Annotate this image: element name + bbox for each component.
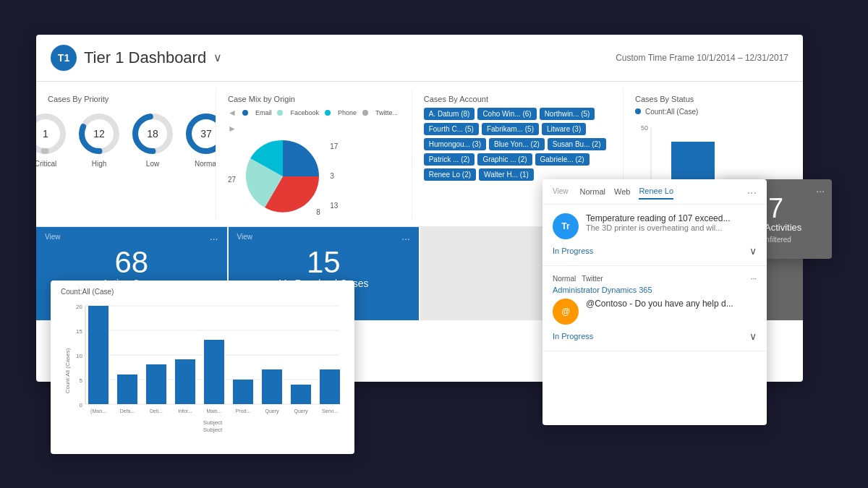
- tag-fourthc[interactable]: Fourth C... (5): [424, 123, 479, 135]
- chart-origin-title: Case Mix by Origin: [228, 95, 400, 103]
- activity-item-1-text: Temperature reading of 107 exceed... The…: [586, 213, 757, 232]
- tile-active-dots[interactable]: ···: [210, 233, 218, 244]
- legend-phone: Phone: [338, 109, 357, 116]
- legend-dot-email: [242, 110, 248, 116]
- svg-rect-35: [146, 364, 166, 404]
- timeframe: Custom Time Frame 10/1/2014 – 12/31/2017: [616, 53, 788, 63]
- activity-2-title: @Contoso - Do you have any help d...: [586, 299, 757, 309]
- legend-dot-twitter: [362, 110, 368, 116]
- pie-area: 27 17 3: [228, 137, 400, 216]
- svg-text:0: 0: [80, 402, 83, 408]
- tag-adatum[interactable]: A. Datum (8): [424, 108, 475, 120]
- donut-normal: 37 Normal: [183, 111, 216, 168]
- chart-priority-title: Cases By Priority: [48, 95, 204, 103]
- header: T1 Tier 1 Dashboard ∨ Custom Time Frame …: [36, 35, 803, 82]
- svg-text:15: 15: [76, 328, 82, 335]
- pie-next[interactable]: ►: [228, 124, 237, 134]
- avatar-tr: Tr: [553, 213, 579, 239]
- float-activity-panel: View Normal Web Renee Lo ··· Tr Temperat…: [542, 179, 767, 425]
- activity-header-dots[interactable]: ···: [747, 187, 757, 200]
- tab-normal[interactable]: Normal: [580, 187, 605, 199]
- activity-2-link[interactable]: Administrator Dynamics 365: [553, 286, 757, 294]
- chart-by-priority: Cases By Priority 1 Critical: [36, 89, 216, 219]
- activity-item-1-content: Tr Temperature reading of 107 exceed... …: [553, 213, 757, 239]
- page-title: Tier 1 Dashboard: [84, 48, 206, 67]
- bar-chart-title: Count:All (Case): [61, 288, 344, 296]
- svg-rect-47: [320, 369, 340, 404]
- donut-normal-label: Normal: [195, 160, 216, 168]
- pie-label-27: 27: [228, 176, 236, 184]
- chart-account-title: Cases By Account: [424, 95, 611, 103]
- my-activities-dots[interactable]: ···: [816, 185, 825, 197]
- donut-high: 12 High: [76, 111, 122, 168]
- activity-1-chevron[interactable]: ∨: [749, 245, 757, 257]
- svg-text:Subject: Subject: [203, 419, 223, 426]
- activity-2-meta-right: Twitter: [582, 275, 603, 283]
- activity-item-2-content: @ @Contoso - Do you have any help d...: [553, 299, 757, 325]
- svg-rect-45: [291, 385, 311, 404]
- tag-reneelo[interactable]: Renee Lo (2): [424, 168, 476, 181]
- activity-2-dots[interactable]: ···: [751, 275, 757, 283]
- donut-high-label: High: [92, 160, 107, 168]
- tag-fabrikam[interactable]: Fabrikam... (5): [482, 123, 539, 135]
- activity-1-status: In Progress ∨: [553, 245, 757, 257]
- my-activities-number: 7: [768, 194, 783, 222]
- tag-litware[interactable]: Litware (3): [542, 123, 586, 135]
- tag-patrick[interactable]: Patrick ... (2): [424, 153, 475, 166]
- dashboard-container: T1 Tier 1 Dashboard ∨ Custom Time Frame …: [36, 35, 832, 454]
- activity-2-status-text: In Progress: [553, 332, 593, 341]
- account-tags: A. Datum (8) Coho Win... (6) Northwin...…: [424, 108, 611, 181]
- tag-gabriele[interactable]: Gabriele... (2): [535, 153, 590, 166]
- tab-web[interactable]: Web: [614, 187, 630, 199]
- pie-prev[interactable]: ◄: [228, 108, 237, 118]
- tile-active-number: 68: [114, 247, 148, 278]
- svg-text:Count:All (Cases): Count:All (Cases): [64, 348, 71, 393]
- tag-coho[interactable]: Coho Win... (6): [477, 108, 536, 120]
- tab-view-label: View: [553, 187, 569, 198]
- svg-rect-41: [233, 380, 253, 404]
- tab-reneelo[interactable]: Renee Lo: [639, 187, 673, 200]
- dropdown-icon[interactable]: ∨: [213, 51, 222, 64]
- legend-dot-phone: [325, 110, 331, 116]
- donut-svg-critical: 1: [36, 111, 69, 157]
- tile-resolved-number: 15: [307, 247, 341, 278]
- tag-northwin[interactable]: Northwin... (5): [540, 108, 595, 120]
- activity-2-meta: Normal Twitter ···: [553, 275, 757, 283]
- activity-1-status-text: In Progress: [553, 247, 593, 255]
- svg-text:37: 37: [200, 128, 212, 140]
- tag-blueyon[interactable]: Blue Yon... (2): [489, 138, 545, 150]
- svg-text:Defa...: Defa...: [120, 408, 135, 414]
- svg-rect-31: [88, 306, 109, 404]
- donut-svg-low: 18: [129, 111, 176, 157]
- tile-resolved-dots[interactable]: ···: [401, 233, 410, 244]
- pie-chart-svg: [243, 137, 323, 216]
- activity-item-1: Tr Temperature reading of 107 exceed... …: [542, 205, 767, 266]
- pie-label-3: 3: [330, 172, 338, 180]
- svg-text:Subject: Subject: [203, 427, 223, 433]
- svg-text:5: 5: [80, 377, 83, 384]
- activity-header: View Normal Web Renee Lo ···: [542, 179, 767, 205]
- svg-rect-39: [204, 340, 224, 404]
- svg-text:1: 1: [43, 128, 48, 140]
- status-legend-label: Count:All (Case): [645, 108, 698, 116]
- status-legend-dot: [635, 108, 641, 114]
- tile-active-view: View: [45, 233, 61, 241]
- svg-text:Infor...: Infor...: [178, 408, 192, 414]
- pie-label-8: 8: [316, 208, 320, 216]
- svg-text:10: 10: [76, 353, 82, 359]
- tag-graphic[interactable]: Graphic ... (2): [477, 153, 532, 166]
- tag-walterh[interactable]: Walter H... (1): [479, 168, 534, 181]
- activity-2-chevron[interactable]: ∨: [749, 330, 757, 342]
- tag-humongou[interactable]: Humongou... (3): [424, 138, 486, 150]
- svg-text:Servi...: Servi...: [322, 408, 338, 414]
- svg-text:50: 50: [641, 124, 648, 132]
- svg-text:Main...: Main...: [206, 408, 221, 414]
- legend-dot-facebook: [277, 110, 283, 116]
- donut-svg-high: 12: [76, 111, 122, 157]
- tag-susanbu[interactable]: Susan Bu... (2): [548, 138, 606, 150]
- bar-chart-svg: Count:All (Cases) 20 15 10 5 0 (Man... D…: [61, 299, 343, 436]
- tile-resolved-view: View: [237, 233, 253, 241]
- activity-item-2: Normal Twitter ··· Administrator Dynamic…: [542, 266, 767, 351]
- svg-text:Query: Query: [294, 408, 308, 414]
- activity-1-title: Temperature reading of 107 exceed...: [586, 213, 757, 223]
